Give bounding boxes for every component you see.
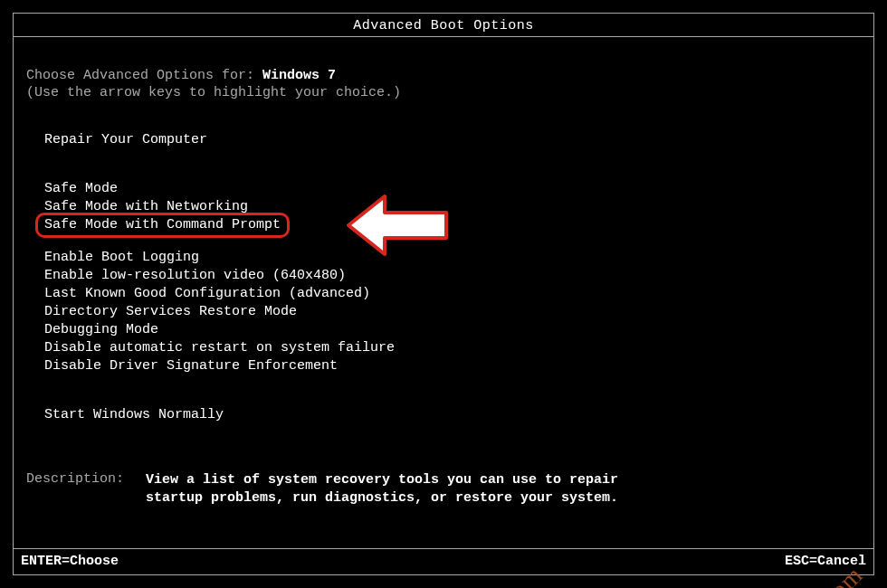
menu-start-normally[interactable]: Start Windows Normally [44, 406, 861, 424]
footer-bar: ENTER=Choose ESC=Cancel [14, 548, 873, 574]
menu-group-2: Safe Mode Safe Mode with Networking Safe… [44, 180, 861, 234]
footer-enter: ENTER=Choose [21, 554, 119, 569]
menu-repair-computer[interactable]: Repair Your Computer [44, 131, 861, 149]
menu-enable-boot-logging[interactable]: Enable Boot Logging [44, 249, 861, 267]
description-line-2: startup problems, run diagnostics, or re… [146, 489, 618, 507]
content-area: Choose Advanced Options for: Windows 7 (… [14, 68, 873, 507]
choose-line: Choose Advanced Options for: Windows 7 [26, 68, 861, 83]
page-title: Advanced Boot Options [14, 14, 873, 37]
description-text: View a list of system recovery tools you… [146, 471, 618, 507]
menu-disable-driver-sig[interactable]: Disable Driver Signature Enforcement [44, 357, 861, 375]
menu-ds-restore-mode[interactable]: Directory Services Restore Mode [44, 303, 861, 321]
menu-safe-mode-command-prompt-label: Safe Mode with Command Prompt [44, 217, 281, 232]
description-line-1: View a list of system recovery tools you… [146, 471, 618, 489]
menu-debugging-mode[interactable]: Debugging Mode [44, 321, 861, 339]
hint-line: (Use the arrow keys to highlight your ch… [26, 85, 861, 100]
menu-safe-mode-command-prompt[interactable]: Safe Mode with Command Prompt [44, 216, 861, 234]
description-label: Description: [26, 471, 146, 507]
footer-esc: ESC=Cancel [785, 554, 866, 569]
menu-safe-mode[interactable]: Safe Mode [44, 180, 861, 198]
menu-group-3: Enable Boot Logging Enable low-resolutio… [44, 249, 861, 375]
os-name: Windows 7 [262, 68, 336, 83]
menu-disable-auto-restart[interactable]: Disable automatic restart on system fail… [44, 339, 861, 357]
menu-group-1: Repair Your Computer [44, 131, 861, 149]
menu-group-4: Start Windows Normally [44, 406, 861, 424]
menu-low-res-video[interactable]: Enable low-resolution video (640x480) [44, 267, 861, 285]
choose-prefix: Choose Advanced Options for: [26, 68, 262, 83]
description-block: Description: View a list of system recov… [26, 471, 861, 507]
menu-last-known-good[interactable]: Last Known Good Configuration (advanced) [44, 285, 861, 303]
menu-safe-mode-networking[interactable]: Safe Mode with Networking [44, 198, 861, 216]
boot-options-screen: Advanced Boot Options Choose Advanced Op… [13, 13, 874, 575]
